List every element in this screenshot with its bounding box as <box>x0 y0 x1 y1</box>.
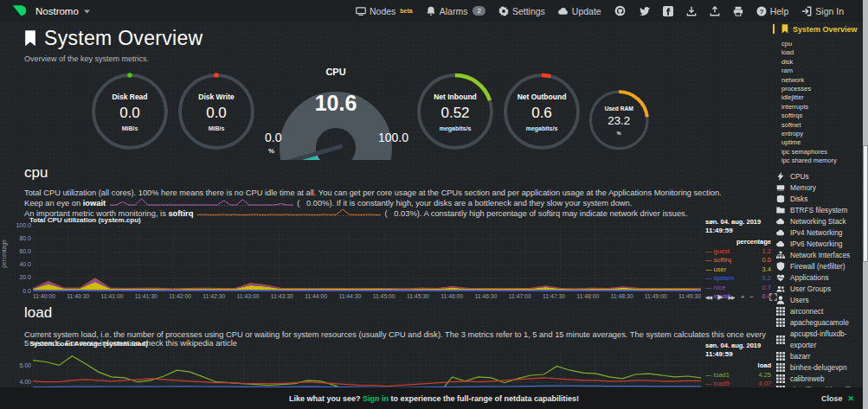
sidebar-subitem[interactable]: entropy <box>781 130 863 138</box>
bell-icon <box>426 6 436 16</box>
legend-date: søn. 04. aug. 2019 <box>705 218 771 226</box>
help-button[interactable]: ? Help <box>756 6 789 16</box>
facebook-button[interactable] <box>663 6 673 16</box>
sidebar-subitem[interactable]: softnet <box>781 121 863 130</box>
sidebar-section-item[interactable]: BTRFS filesystem <box>773 205 863 216</box>
sidebar-subitem[interactable]: disk <box>781 58 863 67</box>
legend-row[interactable]: load1 4.25 <box>705 371 771 379</box>
legend-dimension-label: system <box>705 274 734 282</box>
signin-link[interactable]: Sign in <box>363 394 389 403</box>
settings-button[interactable]: Settings <box>498 6 545 16</box>
fast-forward-button[interactable]: ▶▶ <box>728 294 734 300</box>
sidebar-subitem[interactable]: ram <box>781 67 863 75</box>
export-button[interactable] <box>686 6 697 16</box>
legend-row[interactable]: system 5.2 <box>705 274 771 282</box>
close-banner-button[interactable]: Close ✕ <box>821 394 854 403</box>
sidebar-section-item[interactable]: Disks <box>773 194 863 205</box>
user-icon <box>776 296 785 304</box>
bolt-icon <box>776 172 785 181</box>
cpu-gauge[interactable]: CPU 10.6 0.0 100.0 % <box>263 67 408 160</box>
sidebar-subitem[interactable]: cpu <box>781 40 863 48</box>
zoom-in-button[interactable]: + <box>741 293 744 301</box>
legend-row[interactable]: load5 4.07 <box>705 380 771 387</box>
sidebar-section-label: Users <box>790 295 809 306</box>
sidebar-subitem[interactable]: softirqs <box>781 112 863 120</box>
nodes-button[interactable]: Nodes beta <box>356 6 413 16</box>
x-tick-label: 11:46:00 <box>440 293 463 299</box>
sidebar-section-item[interactable]: Network Interfaces <box>773 250 863 261</box>
sidebar-section-item[interactable]: Networking Stack <box>773 216 863 227</box>
legend-time: 11:49:59 <box>705 227 771 234</box>
sidebar-app-item[interactable]: airconnect <box>773 306 863 317</box>
x-tick-label: 11:43:30 <box>271 293 293 299</box>
gauge-unit: MiB/s <box>122 125 138 131</box>
legend-row[interactable]: guest 1.2 <box>705 247 771 255</box>
play-button[interactable]: ▶ <box>717 293 722 301</box>
sidebar-section-item[interactable]: Firewall (netfilter) <box>773 261 863 272</box>
sidebar-section-item[interactable]: CPUs <box>773 171 863 182</box>
cpu-plot-area[interactable] <box>33 226 701 291</box>
users-icon <box>776 284 785 293</box>
used-ram-gauge[interactable]: Used RAM 23.2 % <box>586 89 652 157</box>
legend-row[interactable]: user 3.4 <box>705 265 771 273</box>
net-outbound-gauge[interactable]: Net Outbound 0.6 megabits/s <box>499 72 584 158</box>
legend-dimension-label: nice <box>705 284 725 291</box>
iowait-sparkline[interactable] <box>110 198 293 206</box>
disk-read-gauge[interactable]: Disk Read 0.0 MiB/s <box>87 72 172 158</box>
sidebar-subitem[interactable]: ipc shared memory <box>781 157 863 165</box>
gauge-value: 0.52 <box>440 105 469 122</box>
import-button[interactable] <box>710 6 720 16</box>
twitter-icon <box>639 6 650 16</box>
sidebar-subitem[interactable]: ipc semaphores <box>781 148 863 157</box>
x-tick-label: 11:48:30 <box>611 293 633 299</box>
sidebar-section-item[interactable]: Users <box>773 295 863 306</box>
update-button[interactable]: Update <box>558 6 601 16</box>
sidebar-app-item[interactable]: apcupsd-influxdb-exporter <box>773 329 863 351</box>
sidebar-section-item[interactable]: IPv4 Networking <box>773 227 863 239</box>
twitter-button[interactable] <box>639 6 650 16</box>
zoom-out-button[interactable]: − <box>749 293 753 301</box>
sidebar-section-item[interactable]: Memory <box>773 182 863 194</box>
sidebar-app-item[interactable]: binhex-delugevpn <box>773 362 863 374</box>
disk-icon <box>776 195 785 203</box>
sidebar-subitem[interactable]: interrupts <box>781 103 863 112</box>
signin-button[interactable]: Sign In <box>801 6 844 16</box>
sidebar-item-system-overview[interactable]: System Overview <box>773 24 863 34</box>
x-tick-label: 11:47:00 <box>509 293 531 299</box>
sidebar-section-item[interactable]: IPv6 Networking <box>773 239 863 250</box>
sidebar-section-item[interactable]: Applications <box>773 272 863 284</box>
sidebar-subitem[interactable]: load <box>781 48 863 57</box>
legend-row[interactable]: softirq 0.0 <box>705 256 771 264</box>
page-subtitle: Overview of the key system metrics. <box>24 54 203 63</box>
rewind-button[interactable]: ◀◀ <box>705 294 711 300</box>
cpu-desc-line1: Total CPU utilization (all cores). 100% … <box>24 189 770 198</box>
cpu-chart[interactable]: Total CPU utilization (system.cpu) perce… <box>0 216 773 322</box>
page-scrollbar[interactable] <box>863 0 868 409</box>
sidebar-app-item[interactable]: apacheguacamole <box>773 317 863 329</box>
sidebar-app-item[interactable]: calibreweb <box>773 374 863 385</box>
net-inbound-gauge[interactable]: Net Inbound 0.52 megabits/s <box>413 72 498 158</box>
legend-row[interactable]: nice 0.7 <box>705 284 771 291</box>
x-tick-label: 11:40:00 <box>33 293 55 299</box>
sidebar-app-item[interactable]: bazarr <box>773 351 863 362</box>
alarms-count-badge: 2 <box>473 6 485 16</box>
x-tick-label: 11:49:30 <box>678 293 701 299</box>
sidebar-section-item[interactable]: User Groups <box>773 284 863 295</box>
right-sidebar: System Overview cpuloaddiskramnetworkpro… <box>773 24 863 409</box>
scrollbar-thumb[interactable] <box>863 145 868 262</box>
sidebar-sections: CPUs Memory Disks BTRFS filesystem Netwo… <box>773 171 863 306</box>
softirq-sparkline[interactable] <box>197 208 381 216</box>
sidebar-subitem[interactable]: uptime <box>781 138 863 147</box>
hostname-dropdown[interactable]: Nostromo <box>35 6 90 16</box>
grid-icon <box>776 352 785 361</box>
disk-write-gauge[interactable]: Disk Write 0.0 MiB/s <box>174 72 259 158</box>
github-button[interactable] <box>614 5 626 16</box>
sidebar-subitem[interactable]: network <box>781 76 863 85</box>
sidebar-subitem[interactable]: idlejitter <box>781 93 863 102</box>
memory-icon <box>776 183 785 192</box>
sidebar-subitem[interactable]: processes <box>781 85 863 93</box>
cpu-desc-line2: Keep an eye on iowait ( 0.00%). If it is… <box>24 198 770 208</box>
hostname-label: Nostromo <box>35 6 79 16</box>
alarms-button[interactable]: Alarms 2 <box>426 6 485 16</box>
print-button[interactable] <box>733 6 743 16</box>
